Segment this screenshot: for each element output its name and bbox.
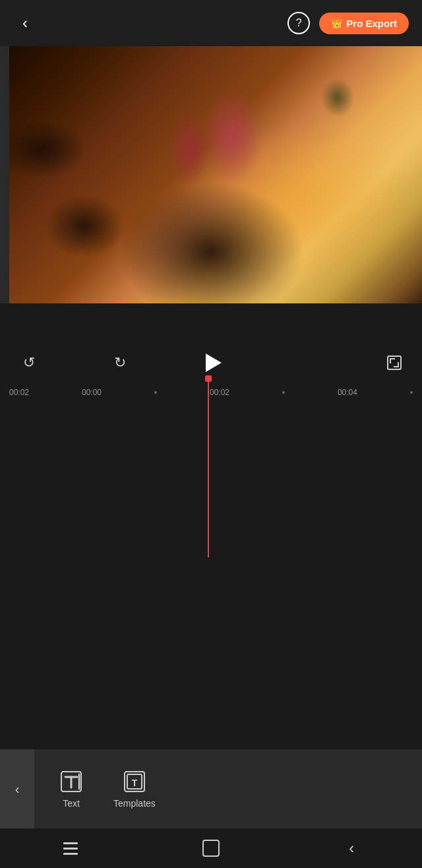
fullscreen-button[interactable] [382, 351, 406, 375]
text-tool-icon [59, 769, 84, 794]
nav-back-button[interactable]: ‹ [332, 828, 371, 868]
nav-home-icon [202, 840, 220, 857]
left-strip [0, 46, 9, 303]
ruler-time-2: 00:02 [210, 388, 229, 397]
preview-spacer [0, 303, 422, 343]
ruler-time-3: 00:04 [338, 388, 357, 397]
top-bar: ‹ ? 👑 Pro Export [0, 0, 422, 46]
back-arrow-icon: ‹ [22, 14, 28, 32]
toolbar-item-text[interactable]: Text [45, 764, 98, 814]
timeline-area[interactable]: 28.8s x1.0 + [0, 402, 422, 534]
toolbar-items: Text T Templates [34, 764, 177, 814]
redo-icon: ↻ [114, 354, 126, 371]
playhead-top [205, 375, 212, 382]
nav-bar: ‹ [0, 828, 422, 868]
ruler-dot-3 [410, 391, 413, 394]
redo-button[interactable]: ↻ [107, 350, 133, 376]
video-overlay [0, 46, 422, 303]
timeline-ruler: 00:02 00:00 00:02 00:04 [0, 383, 422, 402]
fullscreen-icon [387, 356, 402, 370]
nav-menu-button[interactable] [51, 828, 90, 868]
toolbar-item-templates[interactable]: T Templates [103, 764, 166, 814]
nav-menu-icon [63, 842, 78, 855]
play-triangle-icon [206, 354, 222, 372]
crown-icon: 👑 [331, 18, 342, 28]
pro-export-label: Pro Export [346, 18, 397, 29]
text-tool-label: Text [63, 798, 80, 809]
nav-back-icon: ‹ [349, 839, 354, 857]
undo-icon: ↺ [23, 354, 35, 371]
ruler-time-0: 00:02 [9, 388, 29, 397]
top-right-controls: ? 👑 Pro Export [287, 12, 409, 34]
svg-text:T: T [132, 778, 138, 788]
templates-tool-icon: T [122, 769, 147, 794]
ruler-dot-1 [154, 391, 157, 394]
templates-tool-label: Templates [113, 798, 156, 809]
nav-home-button[interactable] [191, 828, 231, 868]
ruler-time-1: 00:00 [82, 388, 102, 397]
playhead[interactable] [208, 379, 209, 557]
undo-button[interactable]: ↺ [16, 350, 42, 376]
play-button[interactable] [198, 348, 227, 377]
question-icon: ? [296, 17, 302, 29]
bottom-toolbar: ‹ Text T Templates [0, 749, 422, 828]
back-button[interactable]: ‹ [13, 11, 37, 35]
pro-export-button[interactable]: 👑 Pro Export [319, 13, 409, 34]
collapse-arrow-icon: ‹ [15, 782, 20, 797]
ruler-labels: 00:02 00:00 00:02 00:04 [9, 388, 413, 397]
ruler-dot-2 [282, 391, 285, 394]
video-preview [0, 46, 422, 303]
toolbar-collapse-button[interactable]: ‹ [0, 749, 34, 828]
help-button[interactable]: ? [287, 12, 310, 34]
